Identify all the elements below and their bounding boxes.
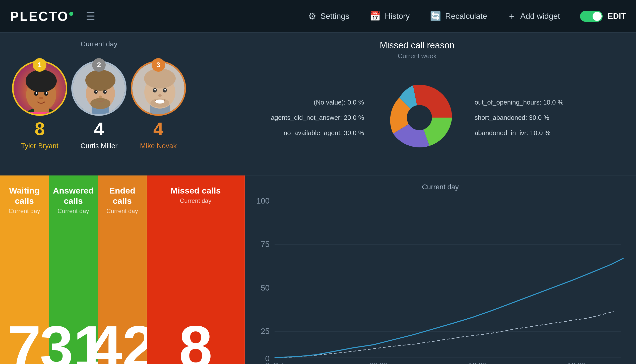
answered-calls-title: Answered calls: [53, 186, 94, 206]
pie-label-abandoned-ivr: abandoned_in_ivr: 10.0 %: [475, 129, 550, 137]
pie-label-out-of-opening: out_of_opening_hours: 10.0 %: [475, 99, 563, 106]
agent-3-score: 4: [153, 120, 163, 138]
pie-content: (No value): 0.0 % agents_did_not_answer:…: [208, 67, 626, 168]
ended-calls-subtitle: Current day: [106, 208, 138, 215]
logo-dot: [69, 12, 73, 16]
recalculate-nav-item[interactable]: 🔄 Recalculate: [430, 11, 487, 22]
bottom-row: Waiting calls Current day 7 Answered cal…: [0, 175, 636, 364]
svg-point-15: [85, 70, 115, 91]
top-row: Current day 1: [0, 33, 636, 175]
edit-section: EDIT: [580, 11, 626, 22]
logo: PLECTO: [10, 9, 73, 24]
agents-row: 1: [10, 56, 188, 150]
edit-toggle[interactable]: [580, 11, 603, 22]
agent-3-name: Mike Novak: [140, 142, 177, 150]
main-content: Current day 1: [0, 33, 636, 364]
svg-point-34: [407, 105, 432, 130]
svg-point-21: [99, 96, 102, 98]
header-nav: ⚙ Settings 📅 History 🔄 Recalculate ＋ Add…: [308, 10, 626, 22]
agent-3-avatar: 3: [131, 61, 186, 116]
ended-calls-title: Ended calls: [103, 186, 142, 206]
pie-label-agents-not-answer: agents_did_not_answer: 20.0 %: [271, 114, 364, 122]
chart-area: 100 75 50 25 0 2. Oct 06:00 12:00 18:00: [255, 196, 626, 364]
recalculate-label: Recalculate: [445, 12, 487, 21]
svg-rect-11: [29, 112, 54, 116]
pie-labels-left: (No value): 0.0 % agents_did_not_answer:…: [271, 99, 364, 137]
add-widget-label: Add widget: [520, 12, 560, 21]
svg-point-10: [39, 97, 43, 99]
svg-text:2. Oct: 2. Oct: [265, 361, 284, 364]
chart-panel: Current day 100 75 50 25 0 2. Oct: [245, 175, 636, 364]
toggle-knob: [593, 12, 602, 21]
svg-text:12:00: 12:00: [469, 361, 486, 364]
svg-point-9: [46, 92, 47, 94]
agent-1-avatar: 1: [12, 61, 67, 116]
settings-nav-item[interactable]: ⚙ Settings: [308, 11, 349, 22]
pie-title: Missed call reason: [208, 40, 626, 51]
missed-calls-card: Missed calls Current day 8: [147, 175, 245, 364]
pie-chart-svg: [379, 77, 460, 158]
rank-badge-1: 1: [33, 58, 46, 72]
waiting-calls-subtitle: Current day: [9, 208, 40, 215]
history-nav-item[interactable]: 📅 History: [369, 11, 410, 22]
svg-text:06:00: 06:00: [370, 361, 387, 364]
svg-point-33: [155, 100, 164, 104]
agent-1-score: 8: [35, 120, 45, 138]
ended-calls-card: Ended calls Current day 42: [98, 175, 147, 364]
ended-calls-value: 42: [89, 317, 156, 364]
svg-text:25: 25: [261, 327, 270, 336]
svg-point-5: [26, 70, 57, 92]
menu-icon[interactable]: ☰: [86, 10, 95, 22]
svg-point-32: [158, 94, 162, 97]
settings-label: Settings: [320, 12, 349, 21]
pie-subtitle: Current week: [208, 52, 626, 60]
settings-icon: ⚙: [308, 11, 316, 22]
pie-label-no-available: no_available_agent: 30.0 %: [284, 129, 364, 137]
agent-2-avatar: 2: [71, 61, 126, 116]
pie-label-no-value: (No value): 0.0 %: [314, 99, 364, 106]
missed-calls-title: Missed calls: [170, 186, 221, 196]
leaderboard-title: Current day: [10, 40, 188, 48]
chart-title: Current day: [255, 183, 626, 191]
svg-text:100: 100: [257, 196, 270, 205]
waiting-calls-title: Waiting calls: [5, 186, 44, 206]
svg-text:50: 50: [261, 283, 270, 292]
svg-point-16: [90, 98, 110, 109]
svg-point-30: [154, 89, 156, 90]
leaderboard-panel: Current day 1: [0, 33, 198, 175]
pie-labels-right: out_of_opening_hours: 10.0 % short_aband…: [475, 99, 563, 137]
agent-3: 3: [131, 61, 186, 150]
pie-panel: Missed call reason Current week (No valu…: [198, 33, 636, 175]
line-chart-svg: 100 75 50 25 0 2. Oct 06:00 12:00 18:00: [255, 196, 626, 364]
header: PLECTO ☰ ⚙ Settings 📅 History 🔄 Recalcul…: [0, 0, 636, 33]
agent-2-name: Curtis Miller: [81, 142, 118, 150]
history-icon: 📅: [369, 11, 381, 22]
svg-point-8: [36, 92, 37, 94]
add-widget-icon: ＋: [507, 10, 516, 22]
svg-point-20: [105, 91, 106, 92]
edit-label: EDIT: [608, 12, 626, 21]
recalculate-icon: 🔄: [430, 11, 441, 22]
history-label: History: [385, 12, 410, 21]
agent-2-score: 4: [94, 120, 104, 138]
rank-badge-3: 3: [152, 58, 165, 72]
svg-point-31: [164, 89, 166, 90]
answered-calls-subtitle: Current day: [57, 208, 89, 215]
add-widget-nav-item[interactable]: ＋ Add widget: [507, 10, 560, 22]
missed-calls-value: 8: [179, 317, 212, 364]
pie-label-short-abandoned: short_abandoned: 30.0 %: [475, 114, 549, 122]
waiting-calls-value: 7: [8, 317, 41, 364]
agent-1: 1: [12, 61, 67, 150]
agent-1-name: Tyler Bryant: [21, 142, 58, 150]
missed-calls-subtitle: Current day: [180, 197, 211, 204]
svg-text:18:00: 18:00: [568, 361, 585, 364]
svg-text:75: 75: [261, 240, 270, 249]
svg-point-19: [96, 91, 97, 92]
rank-badge-2: 2: [92, 58, 106, 72]
agent-2: 2: [71, 61, 126, 150]
